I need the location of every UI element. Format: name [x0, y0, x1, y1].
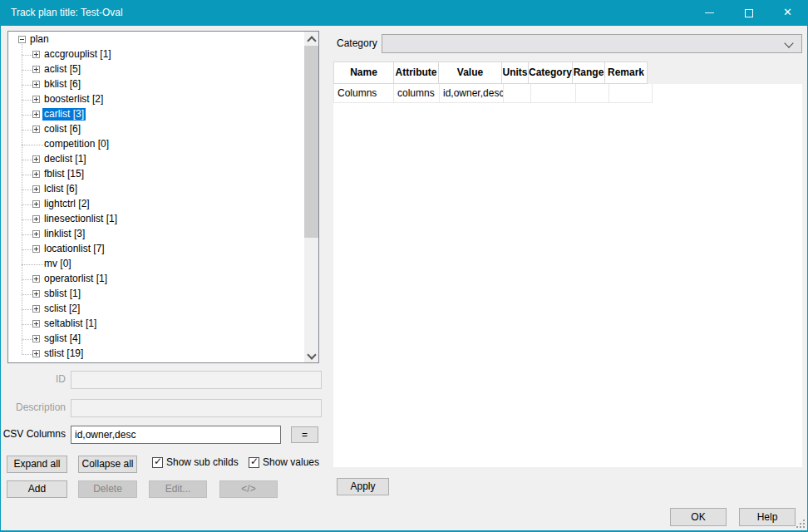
csv-columns-field[interactable] — [71, 426, 281, 444]
tree-item-aclist[interactable]: aclist [5] — [8, 62, 304, 77]
chevron-up-icon — [307, 36, 316, 45]
expand-icon[interactable] — [32, 245, 40, 253]
scrollbar-down-button[interactable] — [304, 348, 318, 362]
expand-icon[interactable] — [32, 305, 40, 313]
expand-icon[interactable] — [32, 335, 40, 342]
collapse-icon[interactable] — [18, 36, 26, 43]
table-header-cell[interactable]: Attribute — [393, 62, 439, 84]
description-field[interactable] — [71, 399, 322, 417]
tree-connector — [22, 354, 32, 355]
tree-item-accgrouplist[interactable]: accgrouplist [1] — [8, 47, 304, 62]
equals-button[interactable]: = — [291, 426, 318, 443]
table-cell[interactable] — [504, 84, 531, 103]
tree-item-label: operatorlist [1] — [42, 273, 109, 285]
scrollbar-up-button[interactable] — [304, 32, 318, 46]
tree-item-label: locationlist [7] — [42, 243, 106, 255]
expand-icon[interactable] — [32, 185, 40, 193]
table-cell[interactable] — [576, 84, 609, 103]
tree-item-lightctrl[interactable]: lightctrl [2] — [8, 197, 304, 212]
expand-icon[interactable] — [32, 350, 40, 357]
tree-item-competition[interactable]: competition [0] — [8, 137, 304, 152]
tree-item-operatorlist[interactable]: operatorlist [1] — [8, 272, 304, 287]
table-row[interactable]: Columnscolumnsid,owner,desc — [333, 84, 653, 103]
tree-item-lclist[interactable]: lclist [6] — [8, 182, 304, 197]
minimize-button[interactable] — [690, 0, 729, 26]
tree-item-sglist[interactable]: sglist [4] — [8, 332, 304, 347]
tree-item-locationlist[interactable]: locationlist [7] — [8, 242, 304, 257]
table-header-cell[interactable]: Units — [501, 62, 529, 84]
tree-scrollbar[interactable] — [304, 32, 318, 362]
expand-icon[interactable] — [32, 275, 40, 283]
maximize-button[interactable] — [729, 0, 768, 26]
tree-item-mv[interactable]: mv [0] — [8, 257, 304, 272]
collapse-all-button[interactable]: Collapse all — [78, 456, 137, 473]
attribute-grid-header: NameAttributeValueUnitsCategoryRangeRema… — [333, 62, 648, 84]
table-header-cell[interactable]: Range — [572, 62, 605, 84]
tree-item-linklist[interactable]: linklist [3] — [8, 227, 304, 242]
tree-connector — [22, 100, 32, 101]
maximize-icon — [745, 9, 753, 17]
expand-icon[interactable] — [32, 126, 40, 133]
show-sub-childs-label: Show sub childs — [166, 456, 239, 468]
tree-item-label: competition [0] — [42, 138, 111, 150]
edit-button[interactable]: Edit... — [149, 480, 207, 498]
checkbox-icon: ✓ — [249, 457, 259, 468]
category-dropdown[interactable] — [382, 34, 802, 53]
table-header-cell[interactable]: Remark — [604, 62, 648, 84]
tree-item-sblist[interactable]: sblist [1] — [8, 287, 304, 302]
resize-grip-icon[interactable] — [796, 520, 798, 521]
tree-item-stlist[interactable]: stlist [19] — [8, 347, 304, 362]
expand-icon[interactable] — [32, 290, 40, 298]
table-header-cell[interactable]: Value — [438, 62, 502, 84]
tree-item-seltablist[interactable]: seltablist [1] — [8, 317, 304, 332]
expand-icon[interactable] — [32, 215, 40, 223]
table-cell[interactable]: columns — [394, 84, 440, 103]
close-button[interactable]: ✕ — [768, 0, 807, 26]
tree-item-label: seltablist [1] — [42, 318, 98, 330]
tree-item-declist[interactable]: declist [1] — [8, 152, 304, 167]
expand-icon[interactable] — [32, 200, 40, 208]
expand-icon[interactable] — [32, 155, 40, 163]
help-button[interactable]: Help — [739, 508, 796, 526]
table-cell[interactable]: id,owner,desc — [440, 84, 504, 103]
table-header-cell[interactable]: Name — [333, 62, 394, 84]
table-cell[interactable] — [531, 84, 576, 103]
tree-item-colist[interactable]: colist [6] — [8, 122, 304, 137]
expand-icon[interactable] — [32, 111, 40, 118]
code-view-button[interactable]: </> — [219, 480, 278, 498]
expand-icon[interactable] — [32, 96, 40, 103]
tree-item-carlist[interactable]: carlist [3] — [8, 107, 304, 122]
table-header-cell[interactable]: Category — [528, 62, 573, 84]
delete-button[interactable]: Delete — [78, 480, 137, 498]
id-field[interactable] — [71, 371, 322, 389]
ok-button[interactable]: OK — [670, 508, 727, 526]
tree-item-linesectionlist[interactable]: linesectionlist [1] — [8, 212, 304, 227]
expand-icon[interactable] — [32, 51, 40, 58]
tree-connector — [22, 204, 32, 205]
tree-item-bklist[interactable]: bklist [6] — [8, 77, 304, 92]
check-mark-icon: ✓ — [250, 456, 259, 467]
tree-item-plan[interactable]: plan — [8, 32, 304, 47]
tree-item-boosterlist[interactable]: boosterlist [2] — [8, 92, 304, 107]
checkbox-icon: ✓ — [152, 457, 163, 468]
table-cell[interactable] — [609, 84, 653, 103]
tree-connector — [22, 234, 32, 235]
add-button[interactable]: Add — [7, 480, 67, 498]
expand-icon[interactable] — [32, 81, 40, 88]
tree-item-label: carlist [3] — [42, 108, 86, 121]
tree-item-fblist[interactable]: fblist [15] — [8, 167, 304, 182]
show-values-checkbox[interactable]: ✓ Show values — [249, 456, 319, 468]
expand-icon[interactable] — [32, 170, 40, 178]
show-sub-childs-checkbox[interactable]: ✓ Show sub childs — [152, 456, 239, 468]
table-cell[interactable]: Columns — [333, 84, 394, 103]
expand-icon[interactable] — [32, 66, 40, 73]
tree-item-label: aclist [5] — [42, 63, 82, 76]
tree-item-sclist[interactable]: sclist [2] — [8, 302, 304, 317]
scrollbar-thumb[interactable] — [304, 46, 318, 238]
expand-all-button[interactable]: Expand all — [7, 456, 67, 473]
apply-button[interactable]: Apply — [337, 478, 389, 495]
expand-icon[interactable] — [32, 230, 40, 238]
tree-item-label: boosterlist [2] — [42, 93, 105, 106]
tree-connector — [22, 219, 32, 220]
expand-icon[interactable] — [32, 320, 40, 328]
